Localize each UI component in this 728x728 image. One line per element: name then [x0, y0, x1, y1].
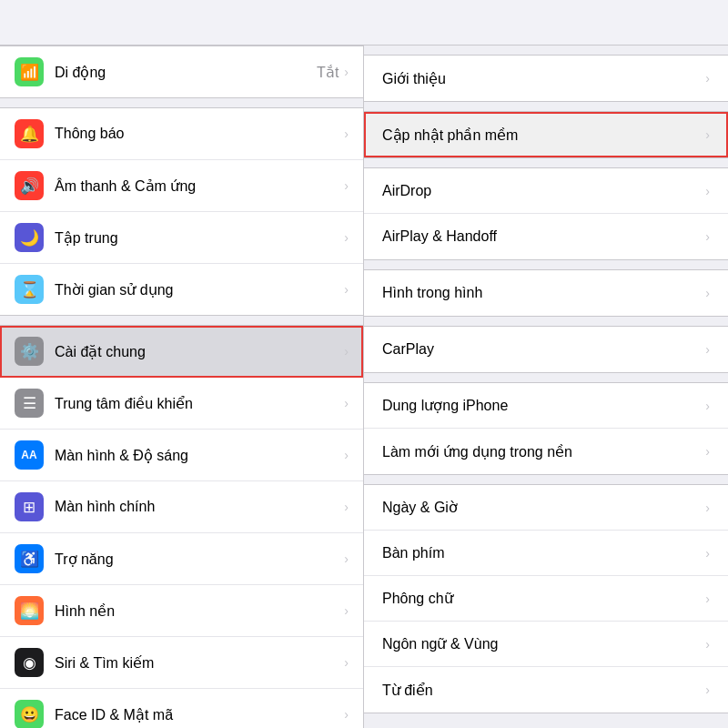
- left-item-man-hinh-do-sang[interactable]: AAMàn hình & Độ sáng›: [0, 430, 363, 481]
- hinh-nen-chevron-icon: ›: [344, 603, 349, 618]
- carplay-chevron-icon: ›: [705, 342, 710, 357]
- am-thanh-label: Âm thanh & Cảm ứng: [55, 177, 344, 195]
- right-item-ngon-ngu[interactable]: Ngôn ngữ & Vùng›: [364, 622, 728, 667]
- gioi-thieu-label: Giới thiệu: [382, 70, 705, 87]
- man-hinh-chinh-chevron-icon: ›: [344, 500, 349, 514]
- di-dong-icon: 📶: [15, 57, 44, 86]
- header-bar: [0, 0, 728, 46]
- dung-luong-label: Dung lượng iPhone: [382, 397, 705, 414]
- tu-dien-label: Từ điển: [382, 682, 705, 699]
- siri-chevron-icon: ›: [344, 655, 349, 670]
- right-group-1: Cập nhật phần mềm›: [364, 111, 728, 158]
- thong-bao-icon: 🔔: [15, 119, 44, 148]
- left-item-hinh-nen[interactable]: 🌅Hình nền›: [0, 585, 363, 637]
- tro-nang-label: Trợ năng: [55, 551, 344, 568]
- carplay-label: CarPlay: [382, 341, 705, 358]
- ban-phim-chevron-icon: ›: [705, 546, 710, 561]
- lam-moi-label: Làm mới ứng dụng trong nền: [382, 443, 705, 460]
- thong-bao-label: Thông báo: [55, 126, 344, 142]
- am-thanh-chevron-icon: ›: [344, 178, 349, 193]
- left-item-face-id[interactable]: 😀Face ID & Mật mã›: [0, 689, 363, 728]
- ban-phim-label: Bàn phím: [382, 545, 705, 561]
- right-item-cap-nhat[interactable]: Cập nhật phần mềm›: [364, 112, 728, 157]
- right-item-lam-moi[interactable]: Làm mới ứng dụng trong nền›: [364, 429, 728, 474]
- man-hinh-chinh-icon: ⊞: [15, 492, 44, 521]
- left-item-tro-nang[interactable]: ♿Trợ năng›: [0, 533, 363, 585]
- main-content: 📶Di độngTắt›🔔Thông báo›🔊Âm thanh & Cảm ứ…: [0, 46, 728, 728]
- am-thanh-icon: 🔊: [15, 171, 44, 200]
- face-id-icon: 😀: [15, 700, 44, 728]
- hinh-trong-hinh-chevron-icon: ›: [705, 286, 710, 300]
- left-item-di-dong[interactable]: 📶Di độngTắt›: [0, 46, 363, 97]
- airplay-handoff-chevron-icon: ›: [705, 229, 710, 244]
- right-item-ngay-gio[interactable]: Ngày & Giờ›: [364, 485, 728, 531]
- airplay-handoff-label: AirPlay & Handoff: [382, 228, 705, 245]
- airdrop-chevron-icon: ›: [705, 184, 710, 198]
- left-group-2: ⚙️Cài đặt chung›☰Trung tâm điều khiển›AA…: [0, 325, 363, 728]
- hinh-nen-icon: 🌅: [15, 596, 44, 625]
- thoi-gian-icon: ⌛: [15, 275, 44, 304]
- di-dong-value: Tắt: [317, 64, 339, 81]
- tro-nang-chevron-icon: ›: [344, 551, 349, 566]
- left-group-1: 🔔Thông báo›🔊Âm thanh & Cảm ứng›🌙Tập trun…: [0, 107, 363, 316]
- right-group-6: Ngày & Giờ›Bàn phím›Phông chữ›Ngôn ngữ &…: [364, 484, 728, 713]
- thong-bao-chevron-icon: ›: [344, 126, 349, 141]
- hinh-nen-label: Hình nền: [55, 602, 344, 620]
- right-item-phong-chu[interactable]: Phông chữ›: [364, 576, 728, 622]
- left-item-siri[interactable]: ◉Siri & Tìm kiếm›: [0, 637, 363, 689]
- left-item-cai-dat-chung[interactable]: ⚙️Cài đặt chung›: [0, 326, 363, 378]
- siri-icon: ◉: [15, 648, 44, 677]
- phong-chu-chevron-icon: ›: [705, 592, 710, 606]
- right-group-3: Hình trong hình›: [364, 269, 728, 317]
- right-item-airplay-handoff[interactable]: AirPlay & Handoff›: [364, 214, 728, 259]
- siri-label: Siri & Tìm kiếm: [55, 654, 344, 672]
- ngon-ngu-chevron-icon: ›: [705, 637, 710, 652]
- ngay-gio-label: Ngày & Giờ: [382, 499, 705, 516]
- man-hinh-chinh-label: Màn hình chính: [55, 499, 344, 515]
- trung-tam-icon: ☰: [15, 389, 44, 418]
- right-group-0: Giới thiệu›: [364, 55, 728, 102]
- tu-dien-chevron-icon: ›: [705, 682, 710, 697]
- left-panel: 📶Di độngTắt›🔔Thông báo›🔊Âm thanh & Cảm ứ…: [0, 46, 364, 728]
- left-item-am-thanh[interactable]: 🔊Âm thanh & Cảm ứng›: [0, 160, 363, 212]
- right-item-carplay[interactable]: CarPlay›: [364, 327, 728, 372]
- gioi-thieu-chevron-icon: ›: [705, 71, 710, 86]
- trung-tam-label: Trung tâm điều khiển: [55, 395, 344, 412]
- cai-dat-chung-chevron-icon: ›: [344, 344, 349, 359]
- tap-trung-label: Tập trung: [55, 229, 344, 247]
- man-hinh-do-sang-icon: AA: [15, 440, 44, 470]
- phong-chu-label: Phông chữ: [382, 590, 705, 607]
- thoi-gian-label: Thời gian sử dụng: [55, 281, 344, 298]
- right-group-4: CarPlay›: [364, 326, 728, 373]
- di-dong-label: Di động: [55, 64, 317, 81]
- airdrop-label: AirDrop: [382, 183, 705, 199]
- right-item-tu-dien[interactable]: Từ điển›: [364, 667, 728, 713]
- trung-tam-chevron-icon: ›: [344, 396, 349, 410]
- left-item-tap-trung[interactable]: 🌙Tập trung›: [0, 212, 363, 264]
- ngay-gio-chevron-icon: ›: [705, 500, 710, 515]
- thoi-gian-chevron-icon: ›: [344, 282, 349, 297]
- right-item-ban-phim[interactable]: Bàn phím›: [364, 531, 728, 576]
- left-item-man-hinh-chinh[interactable]: ⊞Màn hình chính›: [0, 481, 363, 533]
- cap-nhat-chevron-icon: ›: [705, 127, 710, 142]
- right-item-airdrop[interactable]: AirDrop›: [364, 168, 728, 214]
- face-id-label: Face ID & Mật mã: [55, 706, 344, 723]
- face-id-chevron-icon: ›: [344, 707, 349, 722]
- cai-dat-chung-icon: ⚙️: [15, 337, 44, 366]
- right-group-5: Dung lượng iPhone›Làm mới ứng dụng trong…: [364, 382, 728, 475]
- cap-nhat-label: Cập nhật phần mềm: [382, 126, 705, 144]
- lam-moi-chevron-icon: ›: [705, 444, 710, 459]
- ngon-ngu-label: Ngôn ngữ & Vùng: [382, 635, 705, 652]
- left-item-trung-tam[interactable]: ☰Trung tâm điều khiển›: [0, 378, 363, 430]
- tro-nang-icon: ♿: [15, 544, 44, 573]
- di-dong-chevron-icon: ›: [344, 65, 349, 79]
- man-hinh-do-sang-chevron-icon: ›: [344, 448, 349, 462]
- hinh-trong-hinh-label: Hình trong hình: [382, 285, 705, 301]
- right-panel: Giới thiệu›Cập nhật phần mềm›AirDrop›Air…: [364, 46, 728, 728]
- right-item-hinh-trong-hinh[interactable]: Hình trong hình›: [364, 270, 728, 316]
- left-item-thoi-gian[interactable]: ⌛Thời gian sử dụng›: [0, 264, 363, 315]
- left-item-thong-bao[interactable]: 🔔Thông báo›: [0, 108, 363, 160]
- right-item-dung-luong[interactable]: Dung lượng iPhone›: [364, 383, 728, 429]
- man-hinh-do-sang-label: Màn hình & Độ sáng: [55, 447, 344, 464]
- right-item-gioi-thieu[interactable]: Giới thiệu›: [364, 56, 728, 101]
